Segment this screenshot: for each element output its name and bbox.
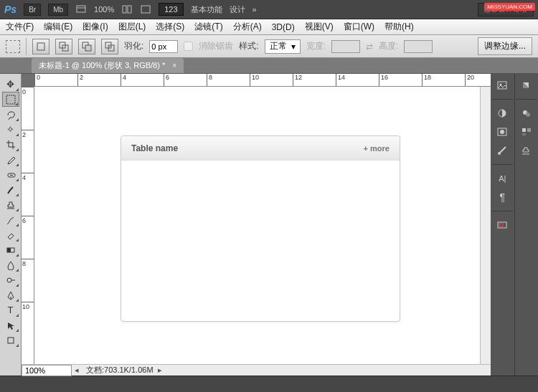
svg-rect-32 [522, 128, 526, 132]
menu-help[interactable]: 帮助(H) [384, 21, 414, 33]
app-topbar: Ps Br Mb 100% 123 基本功能 设计 » 思缘设计论坛 MISSY… [0, 0, 538, 19]
document-tab[interactable]: 未标题-1 @ 100% (形状 3, RGB/8) * × [32, 58, 184, 73]
ruler-tick: 4 [121, 74, 126, 86]
minibridge-button[interactable]: Mb [48, 4, 68, 16]
canvas-area: 0 2 4 6 8 10 12 14 16 18 20 0 2 4 6 8 10 [22, 74, 491, 376]
workspace-more[interactable]: » [253, 5, 257, 14]
heal-tool[interactable] [2, 167, 19, 182]
crop-tool[interactable] [2, 137, 19, 152]
menu-filter[interactable]: 滤镜(T) [194, 21, 222, 33]
screen-mode-icon[interactable] [75, 4, 87, 14]
workspace-design[interactable]: 设计 [230, 4, 245, 15]
screen-icon[interactable] [140, 4, 151, 14]
brush-tool[interactable] [2, 182, 19, 197]
svg-point-31 [526, 113, 530, 117]
lasso-tool[interactable] [2, 107, 19, 122]
ruler-tick: 10 [250, 74, 259, 86]
styles-panel-icon[interactable] [519, 125, 534, 139]
char-panel-icon[interactable]: A| [494, 171, 510, 186]
svg-rect-3 [128, 6, 131, 13]
antialias-label: 消除锯齿 [199, 40, 233, 52]
svg-rect-2 [123, 6, 126, 13]
mask-panel-icon[interactable] [494, 125, 510, 139]
move-tool[interactable]: ✥ [2, 77, 19, 92]
ruler-tick: 10 [22, 302, 34, 310]
panel-divider [516, 99, 537, 100]
vertical-scrollbar[interactable] [480, 87, 491, 364]
para-panel-icon[interactable]: ¶ [494, 190, 510, 204]
menu-edit[interactable]: 编辑(E) [44, 21, 72, 33]
eyedropper-tool[interactable] [2, 152, 19, 167]
refine-edge-button[interactable]: 调整边缘... [478, 37, 532, 55]
menu-window[interactable]: 窗口(W) [344, 21, 374, 33]
menu-3d[interactable]: 3D(D) [272, 22, 295, 32]
menu-view[interactable]: 视图(V) [305, 21, 334, 33]
table-more-link[interactable]: + more [364, 144, 390, 153]
style-label: 样式: [239, 40, 258, 52]
menu-file[interactable]: 文件(F) [6, 21, 34, 33]
nav-panel-icon[interactable] [494, 218, 510, 232]
gradient-tool[interactable] [2, 242, 19, 257]
work-row: 0 2 4 6 8 10 Table name + more [22, 87, 491, 364]
stamp-tool[interactable] [2, 197, 19, 212]
menu-select[interactable]: 选择(S) [156, 21, 184, 33]
svg-point-30 [523, 110, 527, 115]
blur-tool[interactable] [2, 257, 19, 272]
sel-intersect-button[interactable] [101, 39, 118, 54]
clone-panel-icon[interactable] [519, 143, 534, 158]
canvas[interactable]: Table name + more [34, 87, 491, 364]
table-header: Table name + more [121, 136, 400, 161]
chevron-down-icon: ▾ [291, 42, 296, 52]
svg-point-18 [7, 278, 11, 282]
dodge-tool[interactable] [2, 272, 19, 287]
arrange-icon[interactable] [121, 4, 133, 14]
width-label: 宽度: [306, 40, 326, 52]
vertical-ruler[interactable]: 0 2 4 6 8 10 [22, 87, 34, 364]
nav-123-button[interactable]: 123 [159, 3, 183, 16]
table-card: Table name + more [121, 135, 400, 322]
feather-input[interactable] [149, 40, 178, 53]
sel-subtract-button[interactable] [78, 39, 95, 54]
width-input [331, 40, 360, 53]
style-select[interactable]: 正常▾ [265, 39, 301, 54]
svg-point-26 [498, 152, 501, 155]
svg-rect-24 [498, 128, 506, 135]
workspace-essentials[interactable]: 基本功能 [191, 4, 222, 15]
zoom-input[interactable] [22, 365, 72, 376]
feather-label: 羽化: [124, 40, 143, 52]
doc-size-label[interactable]: 文档:703.1K/1.06M [82, 365, 158, 376]
menu-image[interactable]: 图像(I) [82, 21, 108, 33]
pen-tool[interactable] [2, 287, 19, 302]
sel-add-button[interactable] [55, 39, 72, 54]
color-panel-icon[interactable] [519, 106, 534, 120]
svg-rect-20 [8, 338, 14, 343]
marquee-tool[interactable] [2, 92, 19, 107]
menu-bar: 文件(F) 编辑(E) 图像(I) 图层(L) 选择(S) 滤镜(T) 分析(A… [0, 19, 538, 35]
scroll-left-icon[interactable]: ◂ [72, 365, 82, 375]
status-strip: ◂ 文档:703.1K/1.06M ▸ [22, 364, 491, 376]
swatch-panel-icon[interactable] [519, 78, 534, 92]
history-brush-tool[interactable] [2, 212, 19, 227]
menu-analysis[interactable]: 分析(A) [233, 21, 262, 33]
wand-tool[interactable]: ✧ [2, 122, 19, 137]
sel-new-button[interactable] [32, 39, 49, 54]
adjust-panel-icon[interactable] [494, 106, 510, 120]
layers-panel-icon[interactable] [494, 78, 510, 92]
shape-tool[interactable] [2, 333, 19, 348]
close-tab-icon[interactable]: × [172, 62, 176, 70]
svg-rect-10 [105, 42, 111, 48]
zoom-level[interactable]: 100% [94, 5, 114, 14]
chevron-right-icon[interactable]: ▸ [158, 365, 162, 375]
marquee-preset-icon[interactable] [6, 40, 20, 53]
svg-rect-14 [8, 173, 15, 177]
horizontal-ruler[interactable]: 0 2 4 6 8 10 12 14 16 18 20 [34, 74, 491, 87]
ruler-tick: 8 [207, 74, 212, 86]
menu-layer[interactable]: 图层(L) [118, 21, 146, 33]
brush-preset-icon[interactable] [494, 143, 510, 158]
ruler-tick: 18 [422, 74, 431, 86]
svg-rect-11 [108, 45, 114, 51]
path-select-tool[interactable] [2, 317, 19, 333]
eraser-tool[interactable] [2, 227, 19, 242]
bridge-button[interactable]: Br [24, 4, 41, 16]
type-tool[interactable]: T [2, 302, 19, 317]
